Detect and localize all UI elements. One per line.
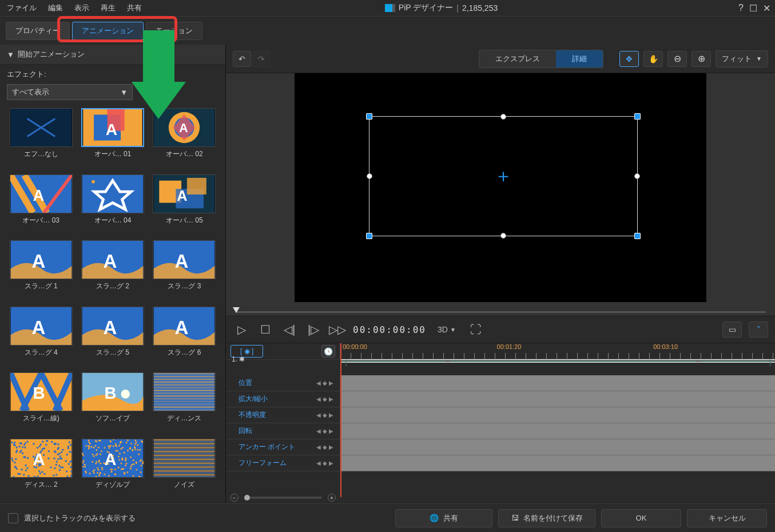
timeline-zoom-out[interactable]: − bbox=[230, 494, 239, 502]
tab-motion[interactable]: モーション bbox=[146, 22, 202, 40]
track-header[interactable]: フリーフォーム ◀ ◆ ▶ bbox=[226, 455, 340, 471]
timeline-ruler[interactable]: 00:00:00 00:01:20 00:03:10 bbox=[340, 343, 775, 359]
add-keyframe[interactable]: ◆ bbox=[322, 460, 328, 466]
timeline-clip-1[interactable]: ⟨ bbox=[341, 361, 446, 362]
show-selected-only-checkbox[interactable] bbox=[8, 513, 18, 523]
scrub-bar[interactable] bbox=[226, 302, 775, 316]
track-body[interactable] bbox=[340, 455, 775, 471]
track-body[interactable] bbox=[340, 407, 775, 423]
section-start-animation[interactable]: ▼ 開始アニメーション bbox=[0, 45, 225, 65]
tab-properties[interactable]: プロパティー bbox=[6, 22, 70, 40]
track-header[interactable]: 位置 ◀ ◆ ▶ bbox=[226, 375, 340, 391]
add-keyframe[interactable]: ◆ bbox=[322, 412, 328, 418]
next-keyframe[interactable]: ▶ bbox=[328, 460, 334, 466]
timeline-scrollbar[interactable] bbox=[340, 492, 775, 503]
timeline-zoom-slider[interactable] bbox=[244, 497, 322, 499]
effect-thumb[interactable]: Aオーバ… 02 bbox=[150, 108, 218, 170]
prev-keyframe[interactable]: ◀ bbox=[316, 460, 321, 466]
effect-thumb[interactable]: オーバ… 04 bbox=[78, 174, 146, 236]
zoom-in-button[interactable]: ⊕ bbox=[691, 51, 711, 67]
track-body[interactable] bbox=[340, 423, 775, 439]
add-keyframe[interactable]: ◆ bbox=[322, 396, 328, 402]
pan-tool[interactable]: ✋ bbox=[643, 51, 663, 67]
track-body[interactable] bbox=[340, 439, 775, 455]
prev-keyframe[interactable]: ◀ bbox=[316, 428, 321, 434]
tab-animation[interactable]: アニメーション bbox=[72, 22, 144, 40]
maximize-button[interactable]: ☐ bbox=[749, 3, 757, 14]
add-keyframe[interactable]: ◆ bbox=[322, 444, 328, 450]
3d-toggle[interactable]: 3D▼ bbox=[433, 323, 460, 336]
duration-button[interactable]: 🕓 bbox=[321, 345, 335, 358]
collapse-timeline-button[interactable]: ˅ bbox=[749, 321, 768, 338]
track-header[interactable]: アンカー ポイント ◀ ◆ ▶ bbox=[226, 439, 340, 455]
timeline-playhead[interactable] bbox=[340, 343, 341, 497]
cancel-button[interactable]: キャンセル bbox=[687, 509, 767, 527]
view-mode-express[interactable]: エクスプレス bbox=[479, 50, 556, 68]
track-header[interactable]: 拡大/縮小 ◀ ◆ ▶ bbox=[226, 391, 340, 407]
close-button[interactable]: ✕ bbox=[763, 3, 770, 14]
next-keyframe[interactable]: ▶ bbox=[328, 396, 334, 402]
prev-keyframe[interactable]: ◀ bbox=[316, 380, 321, 386]
zoom-fit-dropdown[interactable]: フィット▼ bbox=[716, 50, 768, 68]
next-frame-button[interactable]: |▷ bbox=[305, 321, 322, 338]
track-body-main[interactable]: ⟨ ⟩ bbox=[340, 359, 775, 363]
effect-thumb[interactable]: ノイズ bbox=[150, 439, 218, 501]
effect-thumb[interactable]: Aスラ…グ 3 bbox=[150, 240, 218, 302]
menu-share[interactable]: 共有 bbox=[125, 2, 144, 14]
next-keyframe[interactable]: ▶ bbox=[328, 444, 334, 450]
effect-thumb[interactable]: Bスライ…線) bbox=[7, 372, 75, 434]
track-body[interactable] bbox=[340, 391, 775, 407]
effect-thumb[interactable]: Aオーバ… 05 bbox=[150, 174, 218, 236]
transform-box[interactable]: ＋ bbox=[369, 116, 638, 236]
fullscreen-button[interactable]: ⛶ bbox=[467, 321, 484, 338]
save-as-button[interactable]: 🖫 名前を付けて保存 bbox=[498, 509, 595, 527]
help-button[interactable]: ? bbox=[738, 3, 744, 13]
effect-thumb[interactable]: Aディゾルブ bbox=[78, 439, 146, 501]
timeline-clip-3[interactable]: ⟩ bbox=[700, 361, 774, 362]
track-header[interactable]: 不透明度 ◀ ◆ ▶ bbox=[226, 407, 340, 423]
undo-button[interactable]: ↶ bbox=[233, 51, 251, 67]
redo-button[interactable]: ↷ bbox=[252, 51, 271, 67]
effect-thumb[interactable]: エフ…なし bbox=[7, 108, 75, 170]
next-keyframe[interactable]: ▶ bbox=[328, 412, 334, 418]
view-mode-detail[interactable]: 詳細 bbox=[556, 50, 603, 68]
effect-thumb[interactable]: ディ…ンス bbox=[150, 372, 218, 434]
add-keyframe[interactable]: ◆ bbox=[322, 380, 328, 386]
fast-forward-button[interactable]: ▷▷ bbox=[329, 321, 346, 338]
menu-view[interactable]: 表示 bbox=[72, 2, 92, 14]
prev-keyframe[interactable]: ◀ bbox=[316, 412, 321, 418]
effect-thumb[interactable]: Bソフ…イブ bbox=[78, 372, 146, 434]
effect-thumb[interactable]: Aスラ…グ 4 bbox=[7, 307, 75, 368]
move-tool[interactable]: ✥ bbox=[619, 51, 639, 67]
next-keyframe[interactable]: ▶ bbox=[328, 380, 334, 386]
menu-edit[interactable]: 編集 bbox=[46, 2, 65, 14]
timeline-zoom-in[interactable]: + bbox=[328, 494, 336, 502]
effect-thumb[interactable]: Aスラ…グ 6 bbox=[150, 307, 218, 368]
timeline-clip-2[interactable] bbox=[449, 361, 697, 362]
stop-button[interactable]: ☐ bbox=[257, 321, 274, 338]
preview-canvas[interactable]: ＋ bbox=[226, 73, 775, 302]
menu-playback[interactable]: 再生 bbox=[98, 2, 118, 14]
effect-thumb[interactable]: Aオーバ… 03 bbox=[7, 174, 75, 236]
safe-zone-button[interactable]: ▭ bbox=[722, 321, 742, 338]
share-button[interactable]: 🌐 共有 bbox=[395, 509, 492, 527]
effect-thumb[interactable]: Aスラ…グ 2 bbox=[78, 240, 146, 302]
scrub-head[interactable] bbox=[233, 307, 240, 313]
effect-thumb[interactable]: Aオーバ… 01 bbox=[78, 108, 146, 170]
effect-thumb[interactable]: Aスラ…グ 5 bbox=[78, 307, 146, 368]
track-body[interactable] bbox=[340, 375, 775, 391]
effect-thumb[interactable]: Aディス… 2 bbox=[7, 439, 75, 501]
ok-button[interactable]: OK bbox=[601, 509, 681, 527]
effect-thumb[interactable]: Aスラ…グ 1 bbox=[7, 240, 75, 302]
effect-filter-dropdown[interactable]: すべて表示 ▼ bbox=[7, 84, 133, 100]
prev-keyframe[interactable]: ◀ bbox=[316, 444, 321, 450]
track-header[interactable]: 回転 ◀ ◆ ▶ bbox=[226, 423, 340, 439]
prev-frame-button[interactable]: ◁| bbox=[281, 321, 298, 338]
add-keyframe[interactable]: ◆ bbox=[322, 428, 328, 434]
play-button[interactable]: ▷ bbox=[233, 321, 250, 338]
prev-keyframe[interactable]: ◀ bbox=[316, 396, 321, 402]
track-header-main[interactable]: 1. ✱ bbox=[226, 359, 340, 360]
zoom-out-button[interactable]: ⊖ bbox=[667, 51, 687, 67]
menu-file[interactable]: ファイル bbox=[5, 2, 39, 14]
next-keyframe[interactable]: ▶ bbox=[328, 428, 334, 434]
